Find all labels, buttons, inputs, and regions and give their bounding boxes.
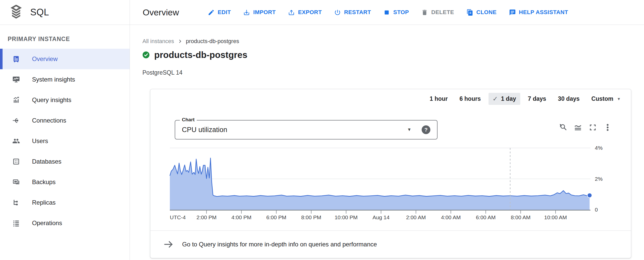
time-range-30-days[interactable]: 30 days <box>554 93 584 105</box>
sidebar-item-databases[interactable]: Databases <box>0 151 130 172</box>
fullscreen-icon[interactable] <box>588 123 597 132</box>
chart-tools <box>559 123 612 132</box>
zoom-reset-icon[interactable] <box>559 123 567 132</box>
time-range-1-hour[interactable]: 1 hour <box>425 93 452 105</box>
query-insights-link-text: Go to Query insights for more in-depth i… <box>182 241 377 248</box>
export-label: EXPORT <box>298 9 322 16</box>
sidebar-item-users[interactable]: Users <box>0 131 130 151</box>
import-button[interactable]: IMPORT <box>243 9 276 16</box>
svg-text:Aug 14: Aug 14 <box>372 214 390 220</box>
monitor-chart-icon <box>12 76 20 83</box>
sidebar-item-label: Operations <box>32 219 62 227</box>
sidebar-section-title: PRIMARY INSTANCE <box>8 36 130 43</box>
delete-button[interactable]: DELETE <box>421 9 454 16</box>
select-caret-down-icon: ▼ <box>407 127 411 132</box>
chart-select-floating-label: Chart <box>180 117 197 123</box>
stop-label: STOP <box>393 9 409 16</box>
upload-icon <box>288 9 295 16</box>
sidebar-item-label: Databases <box>32 158 61 165</box>
import-label: IMPORT <box>253 9 276 16</box>
time-range-label: Custom <box>591 95 614 102</box>
caret-down-icon: ▼ <box>617 97 621 101</box>
table-grid-icon <box>12 158 20 165</box>
svg-text:0: 0 <box>595 207 598 213</box>
sidebar-item-operations[interactable]: Operations <box>0 213 130 233</box>
pencil-icon <box>208 9 215 16</box>
svg-text:4:00 AM: 4:00 AM <box>441 214 461 220</box>
monitoring-card: 1 hour 6 hours ✓ 1 day 7 days 30 days Cu… <box>150 89 631 258</box>
breadcrumb-current: products-db-postgres <box>186 38 239 45</box>
sidebar-item-label: Query insights <box>32 96 71 104</box>
svg-text:4%: 4% <box>595 145 603 151</box>
sidebar-item-backups[interactable]: Backups <box>0 172 130 192</box>
stop-square-icon <box>383 9 390 16</box>
time-range-1-day[interactable]: ✓ 1 day <box>489 93 520 105</box>
sidebar-item-connections[interactable]: Connections <box>0 110 130 131</box>
area-chart-icon[interactable] <box>574 123 582 132</box>
cloud-sql-logo-icon <box>9 5 23 20</box>
svg-text:6:00 AM: 6:00 AM <box>476 214 496 220</box>
svg-text:8:00 PM: 8:00 PM <box>301 214 321 220</box>
sidebar-nav-list: Overview System insights Query insights … <box>0 49 130 233</box>
time-range-custom[interactable]: Custom ▼ <box>587 93 625 105</box>
clone-button[interactable]: CLONE <box>466 9 497 16</box>
svg-text:8:00 AM: 8:00 AM <box>511 214 531 220</box>
edit-button[interactable]: EDIT <box>208 9 231 16</box>
instance-engine: PostgreSQL 14 <box>142 69 182 76</box>
page-head: Overview EDIT IMPORT EXPORT RESTART STOP <box>130 0 644 25</box>
help-assistant-button[interactable]: HELP ASSISTANT <box>509 9 568 16</box>
time-range-label: 6 hours <box>460 95 481 102</box>
sidebar-item-overview[interactable]: Overview <box>0 49 130 69</box>
sidebar-item-label: Replicas <box>32 199 56 206</box>
time-range-selector: 1 hour 6 hours ✓ 1 day 7 days 30 days Cu… <box>425 93 625 105</box>
trash-icon <box>421 9 428 16</box>
restart-button[interactable]: RESTART <box>334 9 371 16</box>
backup-stack-icon <box>12 178 20 186</box>
arrow-right-icon <box>164 240 173 249</box>
cpu-utilization-chart[interactable]: 2:00 PM4:00 PM6:00 PM8:00 PM10:00 PMAug … <box>150 141 631 229</box>
instance-title-row: products-db-postgres <box>142 50 247 60</box>
replica-tree-icon <box>12 199 20 206</box>
sidebar-item-query-insights[interactable]: Query insights <box>0 90 130 110</box>
sidebar-item-replicas[interactable]: Replicas <box>0 192 130 213</box>
delete-label: DELETE <box>431 9 454 16</box>
power-icon <box>334 9 341 16</box>
time-range-label: 7 days <box>528 95 546 102</box>
check-icon: ✓ <box>493 95 498 103</box>
breadcrumb: All instances products-db-postgres <box>142 38 239 45</box>
connection-arrow-icon <box>12 117 20 124</box>
page-title: Overview <box>143 7 179 17</box>
query-insights-link[interactable]: Go to Query insights for more in-depth i… <box>150 231 631 258</box>
instance-name: products-db-postgres <box>154 50 247 60</box>
clone-label: CLONE <box>476 9 497 16</box>
product-name: SQL <box>30 7 49 18</box>
breadcrumb-all-instances[interactable]: All instances <box>142 38 174 45</box>
svg-text:4:00 PM: 4:00 PM <box>231 214 251 220</box>
svg-text:10:00 PM: 10:00 PM <box>335 214 358 220</box>
time-range-label: 30 days <box>558 95 579 102</box>
top-app-bar: SQL Overview EDIT IMPORT EXPORT RESTART <box>0 0 644 25</box>
time-range-6-hours[interactable]: 6 hours <box>455 93 485 105</box>
sidebar-item-system-insights[interactable]: System insights <box>0 69 130 90</box>
restart-label: RESTART <box>344 9 371 16</box>
svg-text:UTC-4: UTC-4 <box>170 214 186 220</box>
svg-text:2:00 PM: 2:00 PM <box>196 214 216 220</box>
kebab-menu-icon[interactable] <box>603 123 612 132</box>
sidebar-item-label: Overview <box>32 55 58 63</box>
chart-select-value: CPU utilization <box>182 126 227 134</box>
time-range-7-days[interactable]: 7 days <box>524 93 550 105</box>
copy-icon <box>466 9 473 16</box>
instance-overview-icon <box>12 55 20 63</box>
export-button[interactable]: EXPORT <box>288 9 322 16</box>
svg-text:2%: 2% <box>595 176 603 182</box>
help-assistant-label: HELP ASSISTANT <box>519 9 568 16</box>
stop-button[interactable]: STOP <box>383 9 409 16</box>
bar-trend-icon <box>12 96 20 104</box>
svg-text:10:00 AM: 10:00 AM <box>544 214 567 220</box>
chart-metric-select[interactable]: Chart CPU utilization ▼ ? <box>175 120 438 139</box>
product-brand: SQL <box>0 0 130 25</box>
help-icon[interactable]: ? <box>422 125 430 134</box>
edit-label: EDIT <box>218 9 231 16</box>
users-icon <box>12 137 20 145</box>
time-range-label: 1 hour <box>430 95 448 102</box>
